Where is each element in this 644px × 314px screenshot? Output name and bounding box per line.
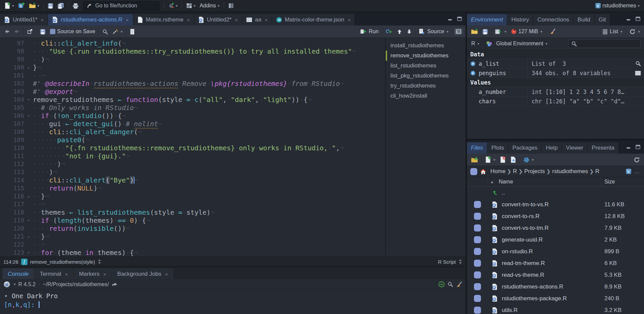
open-file-button[interactable]: ▾ [27,2,41,9]
goto-file-function-input[interactable]: Go to file/function [83,1,159,10]
files-tab-help[interactable]: Help [542,142,562,154]
file-name-link[interactable]: rstudiothemes-actions.R [502,283,601,290]
new-blank-file-button[interactable]: ▾ [484,156,496,164]
fold-marker-icon[interactable]: ▴ [24,232,33,241]
size-column-header[interactable]: Size [601,177,644,187]
file-checkbox[interactable] [474,201,481,208]
close-tab-icon[interactable]: × [265,17,268,23]
expand-icon[interactable] [470,61,476,66]
language-selector[interactable]: R▾ [470,40,480,47]
close-tab-icon[interactable]: × [65,271,68,277]
parent-directory-icon[interactable] [488,190,502,196]
file-checkbox[interactable] [474,307,481,314]
close-tab-icon[interactable]: × [187,17,190,23]
save-workspace-button[interactable] [481,28,489,35]
files-tab-viewer[interactable]: Viewer [562,142,588,154]
environment-tab-git[interactable]: Git [595,14,610,25]
editor-tab[interactable]: RUntitled2*× [194,14,242,25]
memory-usage-button[interactable]: 127 MiB ▾ [510,28,543,35]
outline-item[interactable]: try_rstudiothemes [386,81,466,91]
save-all-button[interactable] [56,2,66,9]
console-tab[interactable]: Console [3,269,34,279]
editor-tab[interactable]: Matrix.rstheme× [133,14,194,25]
editor-tab[interactable]: JSMatrix-color-theme.json× [272,14,355,25]
file-row[interactable]: R convert-vs-to-tm.R 7.9 KB [467,222,644,234]
goto-directory-icon[interactable] [111,282,118,287]
files-tab-packages[interactable]: Packages [508,142,542,154]
environment-tab-build[interactable]: Build [574,14,595,25]
save-button[interactable] [46,2,55,9]
editor-tab[interactable]: Rrstudiothemes-actions.R× [48,14,133,25]
delete-file-button[interactable] [499,156,507,164]
file-row[interactable]: R utils.R 3.2 KB [467,304,644,314]
file-name-link[interactable]: convert-vs-to-tm.R [502,225,601,231]
magnifier-icon[interactable] [635,61,641,66]
file-name-link[interactable]: read-tm-theme.R [502,260,601,267]
environment-search-input[interactable] [568,39,641,48]
file-row[interactable]: R read-vs-theme.R 5.3 KB [467,269,644,281]
more-breadcrumb-button[interactable]: ... [635,168,639,175]
save-source-button[interactable] [39,28,47,35]
close-tab-icon[interactable]: × [103,271,106,277]
environment-tab-environment[interactable]: Environment [467,14,507,25]
project-menu-button[interactable]: R rstudiothemes ▾ [593,2,641,10]
home-icon[interactable] [480,169,486,174]
print-button[interactable] [71,2,80,9]
fold-marker-icon[interactable]: ▾ [24,249,33,257]
compile-report-button[interactable] [128,28,136,36]
clear-console-icon[interactable] [456,281,462,287]
file-checkbox[interactable] [474,260,481,267]
fold-marker-icon[interactable]: ▴ [24,63,33,71]
breadcrumb-item[interactable]: rstudiothemes [551,168,589,174]
view-table-icon[interactable] [632,70,644,76]
outline-item[interactable]: remove_rstudiothemes [386,51,466,61]
editor-tab[interactable]: RUntitled1*× [0,14,48,25]
show-panes-button[interactable] [226,2,236,9]
console-tab[interactable]: Terminal× [35,269,73,279]
forward-button[interactable] [13,28,21,35]
file-type-selector[interactable]: R Script [438,259,456,265]
copy-file-button[interactable] [509,156,517,164]
code-editor[interactable]: 97··cli::cli_alert_info(¬98····"Use·{.ru… [0,38,385,257]
refresh-environment-button[interactable]: ▾ [628,28,641,36]
breadcrumb-item[interactable]: Home [489,168,507,174]
more-file-commands-button[interactable]: ▾ [522,156,535,164]
close-tab-icon[interactable]: × [126,17,129,23]
environment-row[interactable]: penguins344 obs. of 8 variables [467,68,644,78]
file-checkbox[interactable] [474,271,481,278]
version-control-button[interactable]: G▾ [166,2,179,9]
rerun-button[interactable] [385,28,393,35]
minimize-pane-icon[interactable] [626,145,631,149]
view-object-icon[interactable] [632,61,644,66]
console-tab[interactable]: Markers× [74,269,111,279]
refresh-files-button[interactable] [633,156,641,164]
fold-marker-icon[interactable]: ▾ [24,112,33,120]
breadcrumb-item[interactable]: Projects [523,168,546,174]
outline-item[interactable]: install_rstudiothemes [386,41,466,51]
source-button[interactable]: Source ▾ [418,28,449,35]
environment-row[interactable]: charschr [1:26] "a" "b" "c" "d"… [467,97,644,106]
environment-tab-history[interactable]: History [507,14,533,25]
code-tools-button[interactable]: ▾ [111,28,124,35]
minimize-pane-icon[interactable] [447,16,453,21]
file-checkbox[interactable] [474,224,481,231]
outline-item[interactable]: cli_how2install [386,91,466,101]
fold-marker-icon[interactable]: ▴ [24,192,33,200]
maximize-pane-icon[interactable] [457,16,462,21]
file-row-up[interactable]: .. [467,187,644,199]
file-name-link[interactable]: utils.R [502,307,601,314]
file-name-link[interactable]: on-rstudio.R [502,248,601,255]
expand-icon[interactable] [470,70,476,76]
find-replace-button[interactable] [101,28,109,35]
outline-item[interactable]: list_rstudiothemes [386,61,466,71]
run-next-button[interactable] [406,28,413,35]
addins-button[interactable]: Addins▾ [198,2,221,9]
files-tab-plots[interactable]: Plots [487,142,508,154]
open-new-window-button[interactable] [26,28,34,35]
environment-row[interactable]: a_numberint [1:10] 1 2 3 4 5 6 7 8… [467,87,644,97]
search-icon[interactable] [447,281,453,287]
back-button[interactable] [3,28,11,35]
environment-row[interactable]: a_listList of 3 [467,59,644,68]
close-tab-icon[interactable]: × [165,271,168,277]
fold-marker-icon[interactable]: ▾ [24,216,33,224]
